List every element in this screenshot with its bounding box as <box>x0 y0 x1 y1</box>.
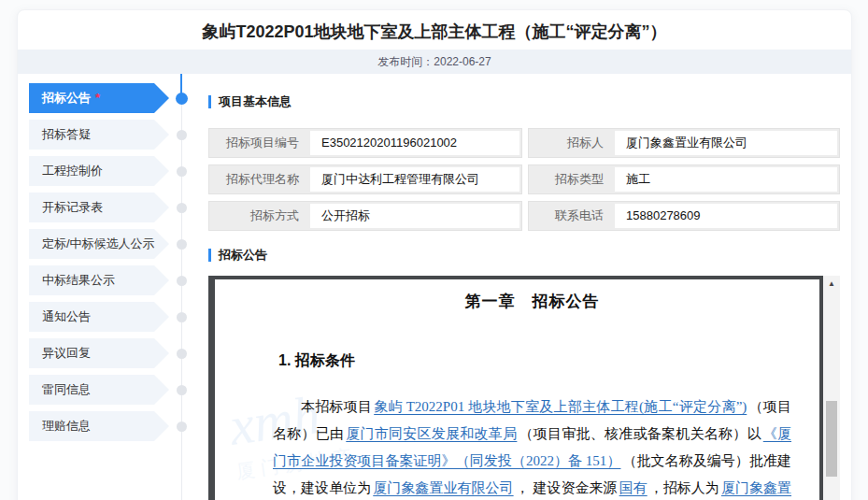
publish-time-label: 发布时间： <box>377 55 434 68</box>
sidebar-item-label: 招标公告 <box>42 91 91 105</box>
timeline-dot <box>177 276 187 286</box>
doc-hyperlink[interactable]: 国有 <box>618 480 649 495</box>
field-value: E3502120201196021002 <box>310 131 519 155</box>
timeline-dot <box>177 203 187 213</box>
timeline-dot <box>177 130 187 140</box>
sidebar-item-similarity-info[interactable]: 雷同信息 <box>29 375 169 405</box>
sidebar-item-label: 工程控制价 <box>42 164 103 178</box>
timeline-dot <box>177 166 187 177</box>
sidebar-item-label: 雷同信息 <box>42 382 91 396</box>
sidebar-item-winner-candidate-publicity[interactable]: 定标/中标候选人公示 <box>29 229 169 259</box>
document-chapter-title: 第一章 招标公告 <box>273 291 791 312</box>
sidebar-item-label: 异议回复 <box>42 346 91 360</box>
timeline-dot <box>177 421 187 432</box>
document-viewer: xmh 厦门房地产 第一章 招标公告 1. 招标条件 本招标项目象屿 T2022… <box>208 276 840 500</box>
body-row: 招标公告* 招标答疑 工程控制价 开标记录表 定标/中标候选人公示 中标结果公示… <box>18 74 851 500</box>
field-agency-name: 招标代理名称 厦门中达利工程管理有限公司 <box>208 164 522 194</box>
timeline-active-segment <box>180 74 182 94</box>
document-content: 第一章 招标公告 1. 招标条件 本招标项目象屿 T2022P01 地块地下室及… <box>215 279 819 500</box>
document-section-title: 1. 招标条件 <box>278 351 791 371</box>
sidebar-nav: 招标公告* 招标答疑 工程控制价 开标记录表 定标/中标候选人公示 中标结果公示… <box>18 83 169 500</box>
required-asterisk: * <box>95 91 100 105</box>
document-paragraph: 本招标项目象屿 T2022P01 地块地下室及上部主体工程(施工“评定分离”)（… <box>273 393 791 500</box>
sidebar-item-label: 理赔信息 <box>42 419 91 433</box>
publish-time-value: 2022-06-27 <box>434 55 491 68</box>
field-label: 招标人 <box>529 129 615 157</box>
document-left-frame <box>208 276 215 500</box>
doc-text-run: （项目审批、核准或备案机关名称）以 <box>519 426 761 441</box>
section-accent-bar <box>208 95 211 108</box>
field-value: 厦门象鑫置业有限公司 <box>615 131 837 155</box>
doc-text-run: ，招标人为 <box>649 480 719 495</box>
sidebar-item-label: 招标答疑 <box>42 127 91 141</box>
doc-hyperlink[interactable]: 厦门市同安区发展和改革局 <box>344 426 519 441</box>
section-header-basic-info: 项目基本信息 <box>208 94 840 109</box>
sidebar-item-project-control-price[interactable]: 工程控制价 <box>29 156 169 186</box>
scroll-up-icon[interactable]: ▲ <box>823 279 840 288</box>
content-card: 象屿T2022P01地块地下室及上部主体工程（施工“评定分离”） 发布时间：20… <box>17 9 852 500</box>
scrollbar-thumb[interactable] <box>826 401 837 477</box>
field-contact-phone: 联系电话 15880278609 <box>528 201 840 231</box>
timeline-dot-active <box>176 93 188 105</box>
field-tender-method: 招标方式 公开招标 <box>208 201 522 231</box>
field-tenderer: 招标人 厦门象鑫置业有限公司 <box>528 128 840 158</box>
timeline-dot <box>177 385 187 395</box>
page-title: 象屿T2022P01地块地下室及上部主体工程（施工“评定分离”） <box>18 10 851 50</box>
sidebar-item-bid-clarification[interactable]: 招标答疑 <box>29 120 169 150</box>
sidebar-item-objection-reply[interactable]: 异议回复 <box>29 338 169 368</box>
timeline-dot <box>177 349 187 359</box>
project-info-table: 招标项目编号 E3502120201196021002 招标人 厦门象鑫置业有限… <box>208 128 840 231</box>
sidebar-item-label: 开标记录表 <box>42 200 103 214</box>
field-project-number: 招标项目编号 E3502120201196021002 <box>208 128 522 158</box>
field-tender-type: 招标类型 施工 <box>528 164 840 194</box>
publish-time-bar: 发布时间：2022-06-27 <box>18 50 851 74</box>
sidebar-item-claim-info[interactable]: 理赔信息 <box>29 411 169 441</box>
document-scrollbar[interactable]: ▲ <box>823 276 840 500</box>
field-value: 施工 <box>615 167 837 192</box>
section-accent-bar <box>208 249 211 262</box>
sidebar-item-winning-result[interactable]: 中标结果公示 <box>29 265 169 295</box>
doc-hyperlink[interactable]: 厦门象鑫置业有限公司 <box>371 480 515 495</box>
field-value: 公开招标 <box>310 204 519 228</box>
sidebar-item-label: 通知公告 <box>42 309 91 323</box>
sidebar-item-bid-opening-record[interactable]: 开标记录表 <box>29 193 169 222</box>
field-value: 15880278609 <box>615 204 837 228</box>
field-label: 联系电话 <box>529 202 615 230</box>
sidebar-item-notice[interactable]: 通知公告 <box>29 302 169 332</box>
sidebar-item-bid-announcement[interactable]: 招标公告* <box>29 83 169 113</box>
section-title: 招标公告 <box>219 247 267 264</box>
field-label: 招标项目编号 <box>209 129 310 157</box>
field-label: 招标代理名称 <box>209 165 310 193</box>
doc-hyperlink[interactable]: 象屿 T2022P01 地块地下室及上部主体工程(施工“评定分离”) <box>372 399 748 414</box>
timeline-line <box>181 83 182 500</box>
section-title: 项目基本信息 <box>219 93 292 110</box>
doc-text-run: ， 建设资金来源 <box>516 480 618 495</box>
doc-text-run: 本招标项目 <box>301 399 372 414</box>
timeline-dot <box>177 239 187 250</box>
section-header-announcement: 招标公告 <box>208 248 840 263</box>
field-value: 厦门中达利工程管理有限公司 <box>310 167 519 192</box>
field-label: 招标类型 <box>529 165 615 193</box>
field-label: 招标方式 <box>209 202 310 230</box>
timeline-dot <box>177 312 187 322</box>
document-page: xmh 厦门房地产 第一章 招标公告 1. 招标条件 本招标项目象屿 T2022… <box>215 276 819 500</box>
progress-timeline <box>169 83 193 500</box>
sidebar-item-label: 定标/中标候选人公示 <box>42 236 155 250</box>
main-content: 项目基本信息 招标项目编号 E3502120201196021002 招标人 厦… <box>208 83 840 500</box>
sidebar-item-label: 中标结果公示 <box>42 273 115 287</box>
